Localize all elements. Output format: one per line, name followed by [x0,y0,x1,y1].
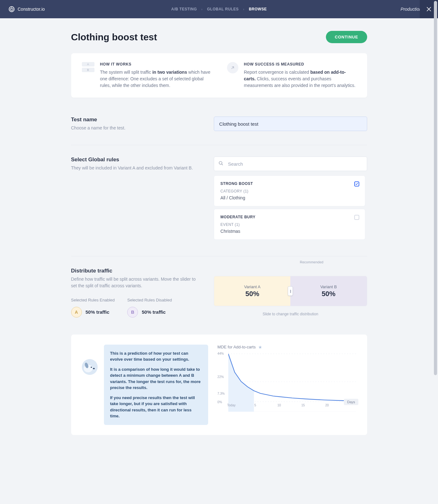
variant-b-traffic: 50% traffic [142,309,166,315]
variant-a-traffic: 50% traffic [86,309,110,315]
prediction-card: This is a prediction of how your test ca… [71,335,367,435]
continue-button[interactable]: CONTINUE [326,31,367,43]
slider-variant-b-label: Variant B [320,284,337,289]
rule-meta: EVENT (1) [220,222,358,227]
breadcrumb-global-rules[interactable]: GLOBAL RULES [207,7,239,11]
environment-label: Production [401,7,422,12]
rule-value: Christmas [220,229,358,234]
check-icon [355,182,358,186]
chevron-right-icon: › [243,7,244,11]
test-name-section: Test name Choose a name for the test. [71,117,367,145]
test-name-sub: Choose a name for the test. [71,125,202,131]
global-rules-list[interactable]: STRONG BOOST CATEGORY (1) All / Clothing… [214,175,367,242]
test-name-input[interactable] [214,117,367,131]
how-success-text: Report convergence is calculated based o… [244,69,356,89]
days-badge: Days [344,399,358,405]
slider-caption: Slide to change traffic distribution [214,312,367,316]
rule-meta: CATEGORY (1) [220,189,358,193]
page-title: Clothing boost test [71,32,157,43]
distribute-heading: Distribute traffic [71,268,202,274]
svg-point-5 [91,367,92,368]
slider-handle[interactable]: || [288,286,293,296]
how-success-heading: HOW SUCCESS IS MEASURED [244,62,356,66]
breadcrumb-browse: BROWSE [249,7,267,11]
breadcrumb-ab-testing[interactable]: A/B TESTING [171,7,197,11]
disabled-heading: Selected Rules Disabled [127,298,172,302]
how-it-works-text: The system will split traffic in two var… [100,69,211,89]
close-icon [426,6,432,12]
global-rules-heading: Select Global rules [71,157,202,163]
variant-b-badge: B [127,307,138,318]
rule-checkbox[interactable] [354,181,359,186]
assistant-avatar-icon [82,359,98,375]
global-rules-sub: They will be included in Variant A and e… [71,165,202,171]
prediction-explanation: This is a prediction of how your test ca… [104,345,208,425]
recommended-label: Recommended [300,260,323,264]
global-rules-section: Select Global rules They will be include… [71,157,367,256]
traffic-slider[interactable]: Variant A 50% Variant B 50% || [214,276,367,306]
brand-logo: Constructor.io [8,6,45,13]
slider-variant-a-pct: 50% [245,290,259,298]
enabled-heading: Selected Rules Enabled [71,298,115,302]
mde-chart: 44% 22% 7.3% 0% Today 5 10 15 20 Days [218,352,356,402]
info-card: AB HOW IT WORKS The system will split tr… [71,53,367,98]
rule-value: All / Clothing [220,195,358,200]
power-icon [8,6,15,13]
rule-card[interactable]: STRONG BOOST CATEGORY (1) All / Clothing [214,175,365,206]
how-it-works-heading: HOW IT WORKS [100,62,211,66]
slider-variant-b-pct: 50% [321,290,335,298]
variant-a-badge: A [71,307,82,318]
page-scrollbar[interactable] [434,1,437,454]
ab-variations-icon: AB [82,62,94,72]
arrow-up-right-icon [227,62,238,73]
rule-title: MODERATE BURY [220,215,358,219]
rule-checkbox[interactable] [354,215,359,220]
global-rules-search-input[interactable] [214,157,367,171]
search-icon [218,161,224,167]
chart-title: MDE for Add-to-carts [218,345,256,349]
topbar: Constructor.io A/B TESTING › GLOBAL RULE… [0,0,438,18]
distribute-sub: Define how traffic will be split across … [71,276,202,289]
brand-text: Constructor.io [18,7,45,12]
rule-card[interactable]: MODERATE BURY EVENT (1) Christmas [214,209,365,240]
distribute-traffic-section: Distribute traffic Define how traffic wi… [71,268,367,331]
breadcrumb: A/B TESTING › GLOBAL RULES › BROWSE [171,7,267,11]
star-icon: ★ [258,345,262,350]
slider-variant-a-label: Variant A [244,284,260,289]
chevron-right-icon: › [201,7,202,11]
svg-point-6 [93,368,95,369]
rule-title: STRONG BOOST [220,181,358,186]
test-name-heading: Test name [71,117,202,123]
